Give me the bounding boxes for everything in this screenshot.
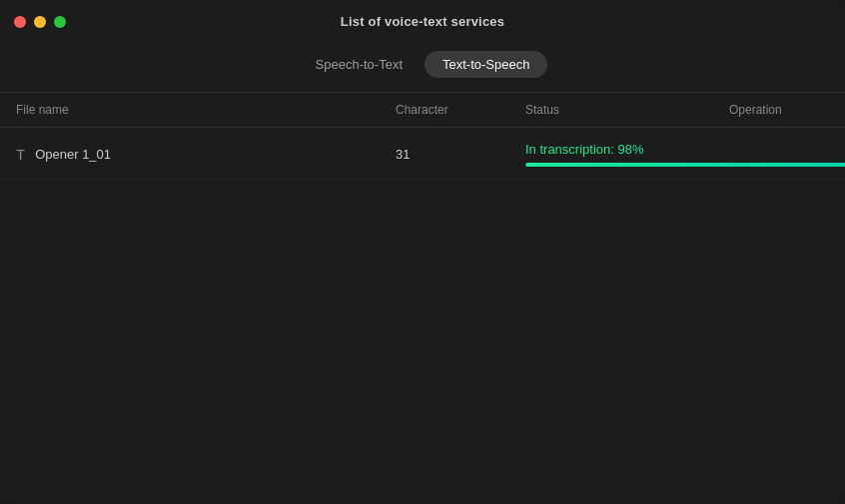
window-controls — [14, 16, 66, 28]
status-text: In transcription: 98% — [525, 142, 845, 157]
header-file-name: File name — [16, 103, 396, 117]
file-cell: T Opener 1_01 — [16, 146, 396, 163]
tab-speech-to-text[interactable]: Speech-to-Text — [298, 51, 421, 78]
character-cell: 31 — [396, 147, 525, 162]
maximize-button[interactable] — [54, 16, 66, 28]
main-window: List of voice-text services Speech-to-Te… — [0, 0, 845, 504]
table-row: T Opener 1_01 31 In transcription: 98% — [0, 128, 845, 181]
table-header: File name Character Status Operation — [0, 92, 845, 128]
status-cell: In transcription: 98% — [525, 142, 845, 167]
table-container: File name Character Status Operation T O… — [0, 92, 845, 504]
header-status: Status — [525, 103, 729, 117]
title-bar: List of voice-text services — [0, 0, 845, 43]
minimize-button[interactable] — [34, 16, 46, 28]
header-operation: Operation — [729, 103, 829, 117]
header-character: Character — [396, 103, 525, 117]
tab-text-to-speech[interactable]: Text-to-Speech — [424, 51, 547, 78]
file-type-icon: T — [16, 146, 25, 163]
tab-bar: Speech-to-Text Text-to-Speech — [0, 43, 845, 92]
file-name: Opener 1_01 — [35, 147, 111, 162]
progress-bar-fill — [525, 163, 845, 167]
close-button[interactable] — [14, 16, 26, 28]
window-title: List of voice-text services — [341, 14, 504, 29]
progress-bar-background — [525, 163, 845, 167]
